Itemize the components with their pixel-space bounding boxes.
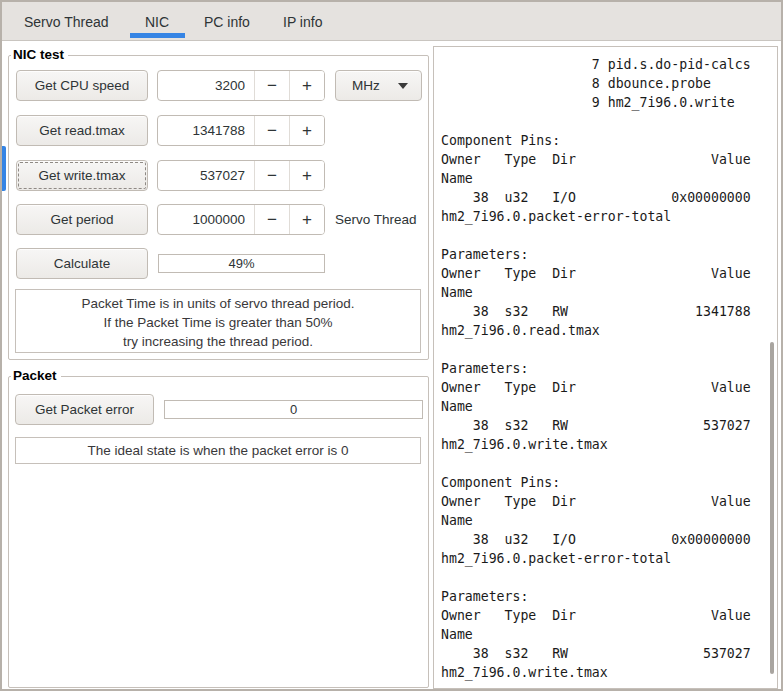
read-tmax-decrement-button[interactable]: − <box>254 116 289 145</box>
cpu-speed-increment-button[interactable]: + <box>289 71 324 100</box>
write-tmax-input[interactable] <box>158 161 254 190</box>
read-tmax-spinbox: − + <box>157 115 325 146</box>
get-write-tmax-button[interactable]: Get write.tmax <box>16 160 148 191</box>
period-decrement-button[interactable]: − <box>254 205 289 234</box>
nic-note-line-1: Packet Time is in units of servo thread … <box>16 294 420 313</box>
read-tmax-increment-button[interactable]: + <box>289 116 324 145</box>
tab-servo-thread[interactable]: Servo Thread <box>24 2 109 41</box>
plus-icon: + <box>302 76 312 96</box>
nic-note-line-2: If the Packet Time is greater than 50% <box>16 313 420 332</box>
get-read-tmax-button[interactable]: Get read.tmax <box>16 115 148 146</box>
mhz-combobox-value: MHz <box>352 78 380 93</box>
minus-icon: − <box>267 210 277 230</box>
mhz-combobox[interactable]: MHz <box>335 70 422 101</box>
cpu-speed-input[interactable] <box>158 71 254 100</box>
plus-icon: + <box>302 166 312 186</box>
minus-icon: − <box>267 76 277 96</box>
period-input[interactable] <box>158 205 254 234</box>
packet-note: The ideal state is when the packet error… <box>15 437 421 464</box>
plus-icon: + <box>302 121 312 141</box>
active-tab-indicator <box>130 33 185 38</box>
packet-frame-title: Packet <box>11 368 61 383</box>
cpu-speed-spinbox: − + <box>157 70 325 101</box>
write-tmax-increment-button[interactable]: + <box>289 161 324 190</box>
get-packet-error-button[interactable]: Get Packet error <box>15 394 154 425</box>
servo-thread-label: Servo Thread <box>335 204 417 235</box>
packet-time-progress: 49% <box>158 254 325 273</box>
plus-icon: + <box>302 210 312 230</box>
minus-icon: − <box>267 166 277 186</box>
tab-ip-info[interactable]: IP info <box>283 2 322 41</box>
nic-test-frame-title: NIC test <box>11 47 68 62</box>
period-increment-button[interactable]: + <box>289 205 324 234</box>
write-tmax-spinbox: − + <box>157 160 325 191</box>
calculate-button[interactable]: Calculate <box>16 248 148 279</box>
window-scrollbar-thumb[interactable] <box>2 146 6 191</box>
dropdown-arrow-icon <box>398 83 408 89</box>
hal-output-panel[interactable]: 7 pid.s.do-pid-calcs 8 dbounce.probe 9 h… <box>433 46 778 689</box>
packet-error-input[interactable] <box>164 400 423 419</box>
output-scrollbar-thumb[interactable] <box>770 342 774 674</box>
nic-note-line-3: try increasing the thread period. <box>16 332 420 351</box>
tab-bar: Servo Thread NIC PC info IP info <box>2 2 781 41</box>
hal-output-text: 7 pid.s.do-pid-calcs 8 dbounce.probe 9 h… <box>434 47 777 682</box>
get-cpu-speed-button[interactable]: Get CPU speed <box>16 70 148 101</box>
read-tmax-input[interactable] <box>158 116 254 145</box>
write-tmax-decrement-button[interactable]: − <box>254 161 289 190</box>
period-spinbox: − + <box>157 204 325 235</box>
get-period-button[interactable]: Get period <box>16 204 148 235</box>
minus-icon: − <box>267 121 277 141</box>
application-window: Servo Thread NIC PC info IP info NIC tes… <box>0 0 783 691</box>
tab-pc-info[interactable]: PC info <box>204 2 250 41</box>
cpu-speed-decrement-button[interactable]: − <box>254 71 289 100</box>
nic-note: Packet Time is in units of servo thread … <box>15 289 421 353</box>
